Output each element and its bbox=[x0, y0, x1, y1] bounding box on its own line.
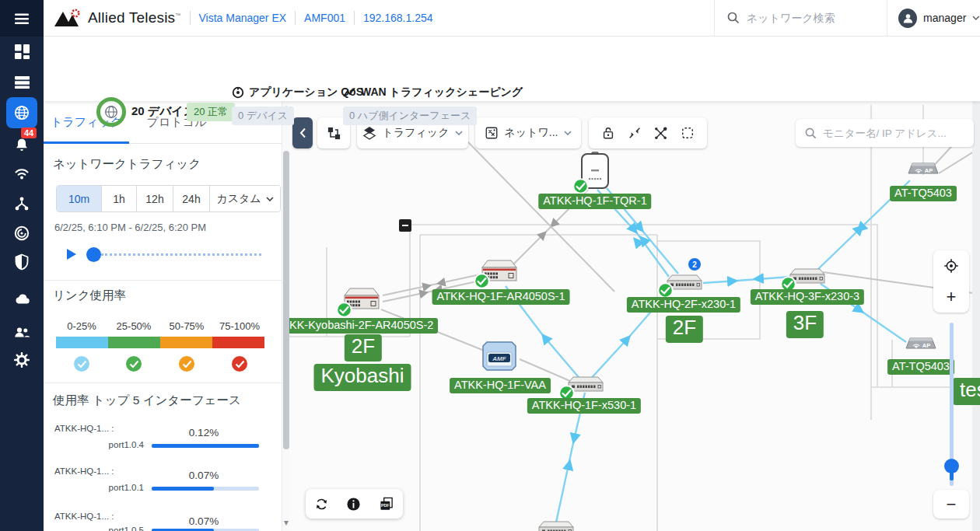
node-label[interactable]: ATKK-HQ-1F-TQR-1 bbox=[538, 194, 651, 209]
wifi-icon bbox=[13, 165, 30, 182]
node-label[interactable]: ATKK-HQ-2F-x230-1 bbox=[627, 297, 740, 313]
qos-badge: 0 デバイス bbox=[232, 107, 294, 125]
node-label[interactable]: AT-TQ5403 bbox=[890, 186, 957, 201]
sidebar-item-sdwan[interactable] bbox=[12, 224, 31, 243]
globe-icon bbox=[103, 104, 119, 120]
sidebar-item-network-map[interactable] bbox=[6, 97, 37, 128]
sidebar-item-security[interactable] bbox=[12, 253, 31, 271]
app-title[interactable]: Vista Manager EX bbox=[199, 12, 287, 24]
range-1h-button[interactable]: 1h bbox=[102, 186, 137, 211]
link-count-badge[interactable]: 2 bbox=[688, 258, 702, 271]
network-map[interactable]: AP AP AMF 2 bbox=[289, 101, 980, 531]
sidebar-item-cloud[interactable] bbox=[12, 290, 31, 309]
device-ap-bottom-icon[interactable]: AP bbox=[906, 338, 936, 349]
locate-icon[interactable] bbox=[943, 258, 959, 274]
search-icon bbox=[805, 128, 817, 139]
check-icon bbox=[129, 360, 139, 369]
divider bbox=[44, 383, 289, 383]
status-ok-icon bbox=[474, 274, 489, 288]
legend-toggle-0-25[interactable] bbox=[74, 356, 89, 372]
sidebar-item-settings[interactable] bbox=[12, 351, 31, 369]
interface-port: port1.0.5 bbox=[54, 526, 144, 531]
chevron-down-icon bbox=[455, 131, 463, 135]
interface-port: port1.0.1 bbox=[54, 483, 144, 492]
panel-collapse-button[interactable] bbox=[292, 117, 313, 148]
scroll-down-icon[interactable] bbox=[284, 521, 289, 526]
svg-text:2: 2 bbox=[692, 260, 697, 269]
header-divider bbox=[190, 11, 191, 25]
map-view-icon bbox=[485, 126, 499, 140]
legend-toggle-75-100[interactable] bbox=[232, 356, 247, 372]
map-zoom-out-box: − bbox=[933, 490, 969, 519]
legend-label-25-50: 25-50% bbox=[117, 320, 152, 332]
sidebar-item-asset-list[interactable] bbox=[12, 72, 31, 91]
node-label[interactable]: ATKK-HQ-1F-VAA bbox=[450, 378, 551, 393]
pdf-export-icon[interactable]: PDF bbox=[379, 497, 394, 512]
range-24h-button[interactable]: 24h bbox=[173, 186, 210, 211]
panel-scrollbar[interactable] bbox=[282, 101, 289, 531]
sidebar-item-alerts[interactable] bbox=[12, 136, 31, 155]
user-name: manager bbox=[923, 12, 966, 24]
site-label-right-partial[interactable]: tes bbox=[953, 378, 980, 405]
time-slider-track[interactable] bbox=[101, 253, 261, 256]
global-search-input[interactable] bbox=[747, 12, 863, 24]
zoom-out-button[interactable]: − bbox=[947, 496, 957, 513]
global-search bbox=[714, 0, 887, 37]
device-bottom-partial-icon[interactable] bbox=[539, 522, 573, 531]
device-vaa-icon[interactable]: AMF bbox=[483, 342, 516, 370]
time-slider-knob[interactable] bbox=[86, 247, 101, 262]
refresh-icon[interactable] bbox=[314, 497, 329, 512]
top-interfaces-title: 使用率 トップ 5 インターフェース bbox=[53, 393, 241, 409]
info-icon[interactable] bbox=[346, 497, 361, 512]
floor-label-hq-3f[interactable]: 3F bbox=[786, 311, 824, 338]
interface-bar bbox=[152, 444, 259, 448]
legend-toggle-25-50[interactable] bbox=[126, 356, 142, 372]
collapse-group-button[interactable] bbox=[399, 219, 411, 232]
device-ap-top-icon[interactable]: AP bbox=[908, 163, 938, 174]
view-dropdown[interactable]: ネットワ... bbox=[475, 117, 581, 148]
network-name[interactable]: AMF001 bbox=[304, 12, 345, 24]
sidebar-item-users[interactable] bbox=[12, 323, 31, 341]
map-search-input[interactable] bbox=[823, 128, 963, 139]
top-header: Allied Telesis™ Vista Manager EX AMF001 … bbox=[44, 0, 980, 37]
device-icons[interactable]: AP AP AMF 2 bbox=[337, 152, 938, 531]
controller-ip[interactable]: 192.168.1.254 bbox=[363, 12, 433, 24]
range-custom-button[interactable]: カスタム bbox=[210, 186, 280, 211]
legend-toggle-50-75[interactable] bbox=[179, 356, 194, 372]
node-label[interactable]: ATKK-HQ-1F-AR4050S-1 bbox=[432, 289, 570, 305]
user-menu[interactable]: manager bbox=[887, 0, 980, 37]
header-divider bbox=[354, 11, 355, 25]
node-label[interactable]: KK-Kyobashi-2F-AR4050S-2 bbox=[289, 318, 438, 334]
floor-label-hq-2f[interactable]: 2F bbox=[666, 316, 703, 343]
range-12h-button[interactable]: 12h bbox=[137, 186, 173, 211]
site-label-kyobashi[interactable]: Kyobashi bbox=[314, 364, 411, 391]
summary-bar: 20 デバイス 20 正常 アプリケーション QoS 0 デバイス WAN トラ… bbox=[44, 37, 980, 101]
play-button[interactable] bbox=[67, 249, 76, 260]
range-10m-button[interactable]: 10m bbox=[57, 186, 102, 211]
scrollbar-thumb[interactable] bbox=[283, 151, 289, 449]
zoom-in-button[interactable]: + bbox=[947, 288, 957, 306]
wan-shaping-badge: 0 ハブ側インターフェース bbox=[343, 107, 477, 125]
marquee-select-icon[interactable] bbox=[681, 126, 695, 140]
sidebar-item-topology[interactable] bbox=[12, 194, 31, 213]
map-zoom-controls: + bbox=[933, 250, 969, 313]
floor-label-kyobashi-2f[interactable]: 2F bbox=[345, 334, 382, 362]
topology-scatter-icon[interactable] bbox=[653, 126, 668, 141]
map-tools-group bbox=[589, 117, 707, 148]
merge-nodes-icon[interactable] bbox=[628, 126, 642, 140]
node-label[interactable]: ATKK-HQ-3F-x230-3 bbox=[751, 289, 864, 305]
legend-label-75-100: 75-100% bbox=[219, 320, 260, 332]
map-zoom-slider-stem bbox=[950, 472, 954, 480]
minus-icon bbox=[402, 225, 408, 227]
device-x530-icon[interactable] bbox=[569, 377, 603, 391]
chevron-down-icon bbox=[972, 16, 980, 20]
sidebar-item-wireless[interactable] bbox=[12, 164, 31, 183]
sidebar-item-dashboard[interactable] bbox=[12, 42, 31, 61]
hamburger-menu-icon[interactable] bbox=[0, 0, 44, 37]
node-label[interactable]: AT-TQ5403 bbox=[887, 359, 954, 375]
traffic-shaping-icon bbox=[343, 87, 356, 98]
lock-icon[interactable] bbox=[601, 126, 615, 140]
topology-icon bbox=[13, 195, 30, 212]
node-label[interactable]: ATKK-HQ-1F-x530-1 bbox=[527, 398, 641, 414]
svg-text:AMF: AMF bbox=[492, 355, 506, 362]
